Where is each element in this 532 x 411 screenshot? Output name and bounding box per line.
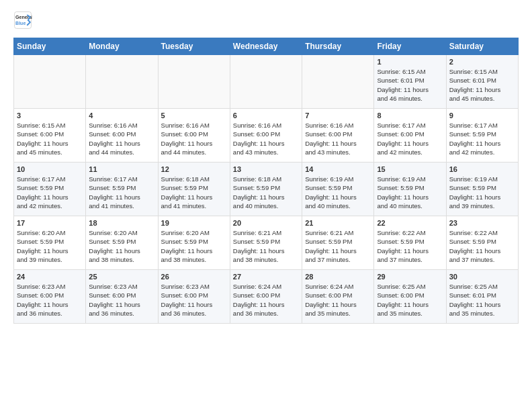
- calendar-cell: 19Sunrise: 6:20 AMSunset: 5:59 PMDayligh…: [158, 216, 230, 270]
- day-info-line: and 35 minutes.: [305, 309, 371, 318]
- day-info-line: Sunrise: 6:18 AM: [233, 175, 299, 183]
- calendar-cell: 23Sunrise: 6:22 AMSunset: 5:59 PMDayligh…: [446, 216, 518, 270]
- day-info-line: Sunset: 5:59 PM: [89, 237, 154, 246]
- day-info-line: Sunrise: 6:16 AM: [89, 121, 154, 130]
- day-info-line: Sunrise: 6:19 AM: [377, 175, 443, 183]
- day-number: 8: [377, 111, 443, 120]
- weekday-header-friday: Friday: [374, 38, 446, 55]
- day-info-line: Daylight: 11 hours: [377, 85, 443, 94]
- day-number: 2: [449, 58, 515, 66]
- calendar-cell: 3Sunrise: 6:15 AMSunset: 6:00 PMDaylight…: [14, 109, 86, 163]
- day-info-line: Sunset: 5:59 PM: [305, 237, 371, 246]
- day-number: 12: [161, 165, 227, 173]
- day-info-line: Sunrise: 6:20 AM: [89, 228, 154, 237]
- calendar-cell: 20Sunrise: 6:21 AMSunset: 5:59 PMDayligh…: [230, 216, 302, 270]
- day-number: 24: [17, 273, 83, 281]
- day-info-line: Sunrise: 6:17 AM: [17, 175, 83, 183]
- calendar-cell: [230, 55, 302, 109]
- calendar-cell: 16Sunrise: 6:19 AMSunset: 5:59 PMDayligh…: [446, 163, 518, 216]
- day-info-line: and 45 minutes.: [17, 148, 83, 156]
- weekday-header-saturday: Saturday: [446, 38, 518, 55]
- day-info-line: Sunset: 5:59 PM: [17, 183, 83, 192]
- calendar-cell: 14Sunrise: 6:19 AMSunset: 5:59 PMDayligh…: [302, 163, 374, 216]
- day-number: 13: [233, 165, 299, 173]
- day-number: 1: [377, 58, 443, 66]
- day-info-line: and 40 minutes.: [233, 201, 299, 210]
- day-number: 21: [305, 219, 371, 227]
- day-number: 14: [305, 165, 371, 173]
- day-info-line: and 40 minutes.: [377, 201, 443, 210]
- calendar-cell: 25Sunrise: 6:23 AMSunset: 6:00 PMDayligh…: [86, 270, 158, 324]
- calendar-cell: [14, 55, 86, 109]
- calendar-cell: 6Sunrise: 6:16 AMSunset: 6:00 PMDaylight…: [230, 109, 302, 163]
- day-info-line: Daylight: 11 hours: [449, 193, 515, 201]
- calendar-cell: 10Sunrise: 6:17 AMSunset: 5:59 PMDayligh…: [14, 163, 86, 216]
- day-info-line: Sunset: 6:00 PM: [17, 130, 83, 138]
- day-info-line: Sunset: 5:59 PM: [449, 183, 515, 192]
- calendar-cell: 4Sunrise: 6:16 AMSunset: 6:00 PMDaylight…: [86, 109, 158, 163]
- day-info-line: Daylight: 11 hours: [305, 139, 371, 148]
- day-info-line: Sunrise: 6:16 AM: [161, 121, 227, 130]
- day-number: 3: [17, 111, 83, 120]
- day-number: 18: [89, 219, 154, 227]
- day-info-line: Sunrise: 6:25 AM: [449, 282, 515, 291]
- day-number: 5: [161, 111, 227, 120]
- day-info-line: and 37 minutes.: [449, 255, 515, 264]
- day-info-line: and 39 minutes.: [17, 255, 83, 264]
- day-info-line: Sunset: 5:59 PM: [161, 237, 227, 246]
- weekday-header-monday: Monday: [86, 38, 158, 55]
- weekday-header-sunday: Sunday: [14, 38, 86, 55]
- day-info-line: Sunrise: 6:23 AM: [89, 282, 154, 291]
- day-number: 7: [305, 111, 371, 120]
- calendar-cell: 8Sunrise: 6:17 AMSunset: 6:00 PMDaylight…: [374, 109, 446, 163]
- day-info-line: and 38 minutes.: [89, 255, 154, 264]
- day-info-line: Sunrise: 6:17 AM: [377, 121, 443, 130]
- day-info-line: Sunset: 6:01 PM: [449, 76, 515, 85]
- day-info-line: Daylight: 11 hours: [449, 246, 515, 255]
- day-info-line: Sunset: 5:59 PM: [89, 183, 154, 192]
- day-info-line: Daylight: 11 hours: [305, 246, 371, 255]
- day-info-line: Daylight: 11 hours: [17, 139, 83, 148]
- day-info-line: Sunrise: 6:22 AM: [449, 228, 515, 237]
- day-number: 16: [449, 165, 515, 173]
- day-number: 9: [449, 111, 515, 120]
- day-info-line: Sunrise: 6:20 AM: [161, 228, 227, 237]
- calendar-cell: 24Sunrise: 6:23 AMSunset: 6:00 PMDayligh…: [14, 270, 86, 324]
- day-info-line: and 40 minutes.: [305, 201, 371, 210]
- day-info-line: and 42 minutes.: [17, 201, 83, 210]
- day-info-line: Daylight: 11 hours: [449, 85, 515, 94]
- calendar-cell: 17Sunrise: 6:20 AMSunset: 5:59 PMDayligh…: [14, 216, 86, 270]
- day-info-line: Sunset: 6:00 PM: [89, 130, 154, 138]
- weekday-header-wednesday: Wednesday: [230, 38, 302, 55]
- day-info-line: Daylight: 11 hours: [161, 193, 227, 201]
- day-info-line: Daylight: 11 hours: [233, 300, 299, 309]
- day-number: 17: [17, 219, 83, 227]
- calendar-cell: 15Sunrise: 6:19 AMSunset: 5:59 PMDayligh…: [374, 163, 446, 216]
- day-info-line: and 44 minutes.: [89, 148, 154, 156]
- day-info-line: Sunrise: 6:17 AM: [449, 121, 515, 130]
- calendar-cell: 18Sunrise: 6:20 AMSunset: 5:59 PMDayligh…: [86, 216, 158, 270]
- day-info-line: Sunset: 5:59 PM: [17, 237, 83, 246]
- calendar-cell: 7Sunrise: 6:16 AMSunset: 6:00 PMDaylight…: [302, 109, 374, 163]
- day-number: 20: [233, 219, 299, 227]
- calendar-cell: 9Sunrise: 6:17 AMSunset: 5:59 PMDaylight…: [446, 109, 518, 163]
- weekday-header-tuesday: Tuesday: [158, 38, 230, 55]
- day-info-line: and 43 minutes.: [233, 148, 299, 156]
- day-number: 23: [449, 219, 515, 227]
- day-info-line: Sunrise: 6:15 AM: [377, 67, 443, 76]
- calendar-cell: 26Sunrise: 6:23 AMSunset: 6:00 PMDayligh…: [158, 270, 230, 324]
- day-number: 30: [449, 273, 515, 281]
- day-info-line: Sunset: 5:59 PM: [161, 183, 227, 192]
- day-number: 22: [377, 219, 443, 227]
- day-info-line: and 41 minutes.: [161, 201, 227, 210]
- day-info-line: Sunrise: 6:15 AM: [449, 67, 515, 76]
- day-number: 26: [161, 273, 227, 281]
- calendar-cell: 27Sunrise: 6:24 AMSunset: 6:00 PMDayligh…: [230, 270, 302, 324]
- day-info-line: Sunset: 5:59 PM: [233, 183, 299, 192]
- day-info-line: Sunset: 6:00 PM: [161, 291, 227, 300]
- day-info-line: Daylight: 11 hours: [233, 246, 299, 255]
- day-info-line: Sunset: 5:59 PM: [449, 130, 515, 138]
- day-info-line: Daylight: 11 hours: [161, 139, 227, 148]
- day-info-line: Sunset: 5:59 PM: [305, 183, 371, 192]
- day-info-line: Sunrise: 6:16 AM: [305, 121, 371, 130]
